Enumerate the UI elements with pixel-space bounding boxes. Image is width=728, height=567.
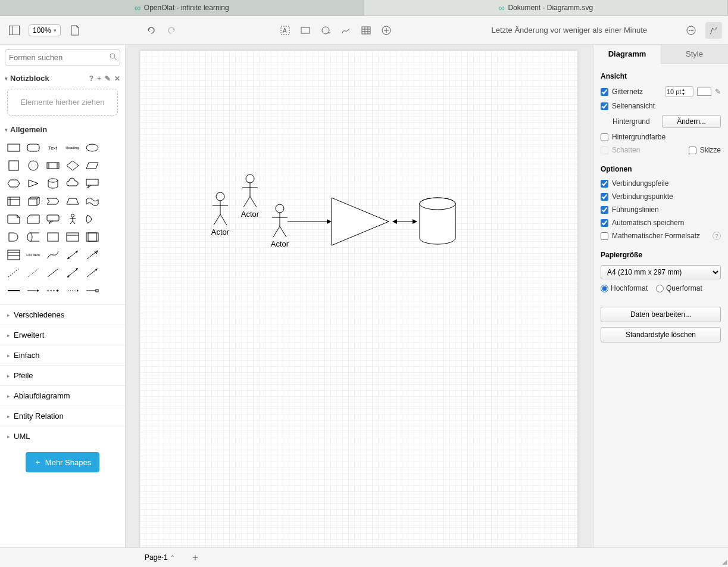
plus-icon[interactable]: + bbox=[97, 74, 101, 83]
shape-harrow4[interactable] bbox=[83, 283, 101, 298]
category-erweitert[interactable]: ▸Erweitert bbox=[0, 325, 125, 345]
shape-hexagon[interactable] bbox=[5, 176, 22, 191]
shape-heading[interactable]: Heading bbox=[64, 140, 81, 155]
rect-tool-button[interactable] bbox=[297, 22, 314, 39]
text-tool-button[interactable]: A bbox=[277, 22, 293, 39]
shape-doublerect[interactable] bbox=[83, 229, 101, 245]
shape-actor[interactable] bbox=[64, 211, 81, 227]
category-pfeile[interactable]: ▸Pfeile bbox=[0, 365, 125, 385]
freehand-tool-button[interactable] bbox=[338, 22, 354, 39]
shape-arrow-line[interactable] bbox=[83, 265, 101, 281]
shape-empty[interactable] bbox=[103, 140, 120, 155]
arrows-checkbox[interactable] bbox=[601, 180, 608, 188]
shape-list-item[interactable]: List Item bbox=[24, 247, 42, 263]
shape-harrow2[interactable] bbox=[44, 283, 61, 298]
shadow-checkbox[interactable] bbox=[601, 147, 608, 154]
shape-dashed-line[interactable] bbox=[5, 265, 22, 281]
shape-note[interactable] bbox=[5, 211, 22, 227]
category-verschiedenes[interactable]: ▸Verschiedenes bbox=[0, 304, 125, 325]
shape-parallelogram[interactable] bbox=[83, 158, 101, 173]
tab-style[interactable]: Style bbox=[661, 45, 728, 64]
shape-search-input[interactable] bbox=[9, 53, 109, 62]
shape-harrow3[interactable] bbox=[64, 283, 81, 298]
grid-size-input[interactable]: 10 pt▴▾ bbox=[665, 86, 693, 97]
shape-dotted-line[interactable] bbox=[24, 265, 42, 281]
shape-bidir-line[interactable] bbox=[64, 265, 81, 281]
shape-empty[interactable] bbox=[103, 247, 120, 263]
browser-tab-openolat[interactable]: ∞ OpenOlat - infinite learning bbox=[0, 0, 364, 15]
paper-size-select[interactable]: A4 (210 mm x 297 mm) bbox=[601, 265, 721, 279]
pencil-icon[interactable]: ✎ bbox=[105, 74, 111, 83]
tab-diagram[interactable]: Diagramm bbox=[593, 45, 661, 64]
grid-checkbox[interactable] bbox=[601, 88, 608, 96]
shape-empty[interactable] bbox=[103, 211, 120, 227]
shape-internal-storage[interactable] bbox=[5, 194, 22, 209]
shape-rounded-rect[interactable] bbox=[24, 140, 42, 155]
page-tab[interactable]: Page-1 ⌃ bbox=[140, 550, 180, 565]
shape-trapezoid[interactable] bbox=[64, 194, 81, 209]
pageview-checkbox[interactable] bbox=[601, 102, 608, 110]
scratchpad-dropzone[interactable]: Elemente hierher ziehen bbox=[7, 89, 118, 116]
general-shapes-header[interactable]: ▾ Allgemein bbox=[0, 122, 125, 138]
math-checkbox[interactable] bbox=[601, 232, 608, 240]
ellipse-tool-button[interactable]: + bbox=[317, 22, 334, 39]
shape-step[interactable] bbox=[44, 194, 61, 209]
shape-curve[interactable] bbox=[44, 247, 61, 263]
shape-empty[interactable] bbox=[103, 229, 120, 245]
actor-shape[interactable]: Actor bbox=[241, 175, 260, 219]
shape-empty[interactable] bbox=[103, 283, 120, 298]
close-icon[interactable]: ✕ bbox=[114, 74, 120, 83]
bgcolor-checkbox[interactable] bbox=[601, 133, 608, 141]
shape-diamond[interactable] bbox=[64, 158, 81, 173]
category-entity-relation[interactable]: ▸Entity Relation bbox=[0, 406, 125, 426]
shape-frame[interactable] bbox=[64, 229, 81, 245]
shape-empty[interactable] bbox=[103, 158, 120, 173]
shape-empty[interactable] bbox=[103, 194, 120, 209]
help-icon[interactable]: ? bbox=[89, 74, 93, 83]
insert-tool-button[interactable] bbox=[378, 22, 395, 39]
browser-tab-document[interactable]: ∞ Dokument - Diagramm.svg bbox=[364, 0, 729, 15]
cylinder-shape[interactable] bbox=[420, 198, 455, 244]
shape-cylinder[interactable] bbox=[44, 176, 61, 191]
grid-color-swatch[interactable] bbox=[697, 88, 711, 96]
shape-empty[interactable] bbox=[103, 176, 120, 191]
shape-container[interactable] bbox=[44, 229, 61, 245]
resize-handle-icon[interactable]: ◢ bbox=[722, 558, 727, 566]
shape-triangle[interactable] bbox=[24, 176, 42, 191]
points-checkbox[interactable] bbox=[601, 193, 608, 201]
pencil-icon[interactable]: ✎ bbox=[715, 88, 721, 96]
shape-cube[interactable] bbox=[24, 194, 42, 209]
shape-circle[interactable] bbox=[24, 158, 42, 173]
category-ablaufdiagramm[interactable]: ▸Ablaufdiagramm bbox=[0, 385, 125, 406]
category-uml[interactable]: ▸UML bbox=[0, 426, 125, 446]
shape-or[interactable] bbox=[83, 211, 101, 227]
canvas-area[interactable]: Actor Actor Acto bbox=[126, 45, 593, 547]
shape-process[interactable] bbox=[44, 158, 61, 173]
more-shapes-button[interactable]: ＋ Mehr Shapes bbox=[26, 452, 99, 472]
shape-hline[interactable] bbox=[5, 283, 22, 298]
shape-card[interactable] bbox=[24, 211, 42, 227]
zoom-select[interactable]: 100% ▾ bbox=[29, 24, 61, 36]
shape-square[interactable] bbox=[5, 158, 22, 173]
scratchpad-header[interactable]: ▾ Notizblock ? + ✎ ✕ bbox=[0, 70, 125, 86]
category-einfach[interactable]: ▸Einfach bbox=[0, 345, 125, 365]
edit-data-button[interactable]: Daten bearbeiten... bbox=[601, 307, 721, 322]
connector[interactable] bbox=[288, 219, 332, 224]
shape-callout2[interactable] bbox=[44, 211, 61, 227]
add-page-button[interactable]: ＋ bbox=[188, 550, 202, 565]
triangle-shape[interactable] bbox=[332, 198, 389, 245]
more-menu-button[interactable] bbox=[683, 22, 699, 39]
undo-button[interactable] bbox=[143, 22, 160, 39]
shape-callout[interactable] bbox=[83, 176, 101, 191]
shape-and[interactable] bbox=[5, 229, 22, 245]
shape-arrow-outline[interactable] bbox=[83, 247, 101, 263]
diagram-page[interactable]: Actor Actor Acto bbox=[140, 51, 577, 547]
actor-shape[interactable]: Actor bbox=[211, 192, 230, 236]
shape-empty[interactable] bbox=[103, 265, 120, 281]
shape-text[interactable]: Text bbox=[44, 140, 61, 155]
reset-style-button[interactable]: Standardstyle löschen bbox=[601, 327, 721, 342]
connector[interactable] bbox=[392, 219, 417, 224]
shape-search[interactable] bbox=[5, 49, 120, 66]
shape-list[interactable] bbox=[5, 247, 22, 263]
shape-cloud[interactable] bbox=[64, 176, 81, 191]
